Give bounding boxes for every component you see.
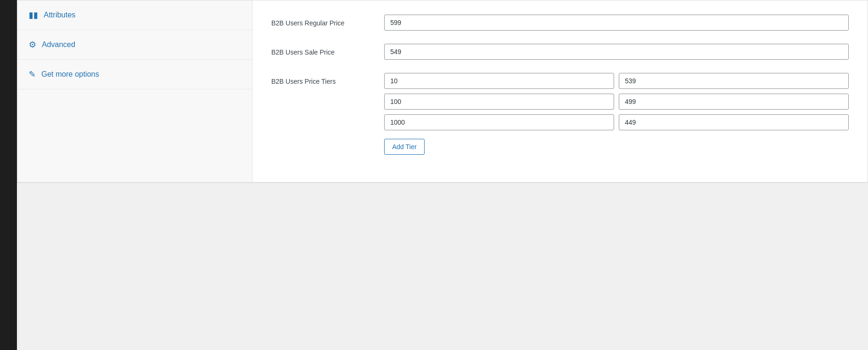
left-sidebar-bar [0,0,17,350]
tier-3-qty-input[interactable] [384,114,614,130]
main-container: ▮▮ Attributes ⚙ Advanced ✎ Get more opti… [17,0,868,350]
b2b-sale-price-row: B2B Users Sale Price [271,44,849,60]
bottom-bar [17,183,868,211]
b2b-regular-price-row: B2B Users Regular Price [271,15,849,31]
b2b-price-tiers-label: B2B Users Price Tiers [271,73,384,85]
sidebar-item-get-more-options-label: Get more options [41,70,99,79]
brush-icon: ✎ [29,69,36,80]
tier-2-qty-input[interactable] [384,94,614,110]
b2b-regular-price-label: B2B Users Regular Price [271,15,384,27]
tier-2-price-input[interactable] [619,94,849,110]
sidebar-item-attributes-label: Attributes [44,11,76,19]
b2b-regular-price-inputs [384,15,849,31]
b2b-sale-price-inputs [384,44,849,60]
b2b-regular-price-input[interactable] [384,15,849,31]
panel: ▮▮ Attributes ⚙ Advanced ✎ Get more opti… [17,0,868,183]
b2b-sale-price-input[interactable] [384,44,849,60]
sidebar-item-attributes[interactable]: ▮▮ Attributes [17,0,252,30]
sidebar-item-advanced[interactable]: ⚙ Advanced [17,30,252,60]
page-wrapper: ▮▮ Attributes ⚙ Advanced ✎ Get more opti… [0,0,868,350]
b2b-price-tiers-inputs: Add Tier [384,73,849,155]
gear-icon: ⚙ [29,40,36,50]
table-icon: ▮▮ [29,10,38,20]
b2b-sale-price-label: B2B Users Sale Price [271,44,384,56]
tier-1-price-input[interactable] [619,73,849,89]
sidebar-item-get-more-options[interactable]: ✎ Get more options [17,60,252,89]
tier-1-qty-input[interactable] [384,73,614,89]
sidebar: ▮▮ Attributes ⚙ Advanced ✎ Get more opti… [17,0,253,182]
b2b-price-tiers-row: B2B Users Price Tiers [271,73,849,155]
add-tier-button[interactable]: Add Tier [384,139,425,155]
sidebar-item-advanced-label: Advanced [42,40,75,49]
tier-3-price-input[interactable] [619,114,849,130]
tier-grid [384,73,849,130]
content-area: B2B Users Regular Price B2B Users Sale P… [253,0,868,182]
